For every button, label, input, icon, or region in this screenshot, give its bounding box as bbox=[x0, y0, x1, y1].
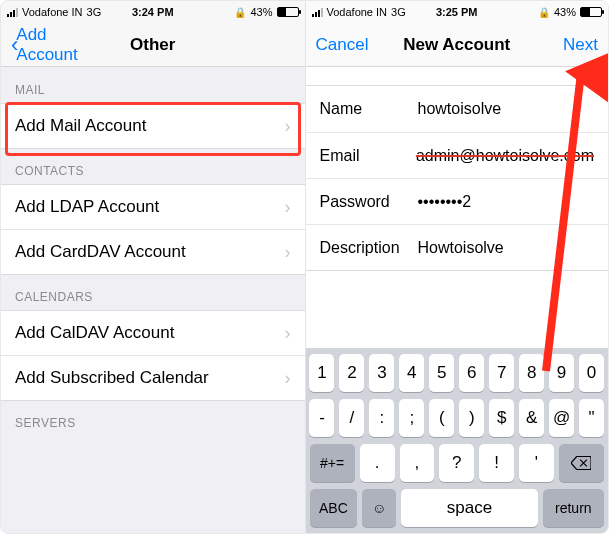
cancel-button[interactable]: Cancel bbox=[316, 35, 369, 55]
carrier: Vodafone IN bbox=[22, 6, 83, 18]
nav-bar: Cancel New Account Next bbox=[306, 23, 609, 67]
section-header-contacts: CONTACTS bbox=[1, 148, 305, 184]
field-value: Howtoisolve bbox=[418, 239, 595, 257]
key-/[interactable]: / bbox=[339, 399, 364, 437]
key-abc[interactable]: ABC bbox=[310, 489, 358, 527]
key-8[interactable]: 8 bbox=[519, 354, 544, 392]
field-email[interactable]: Email admin@howtoisolve.com bbox=[306, 132, 609, 178]
keyboard: 1234567890 -/:;()$&@" #+= .,?!' ABC ☺ sp… bbox=[306, 348, 609, 533]
chevron-right-icon: › bbox=[285, 368, 291, 389]
signal-icon bbox=[7, 8, 18, 17]
key-4[interactable]: 4 bbox=[399, 354, 424, 392]
section-header-mail: MAIL bbox=[1, 67, 305, 103]
row-label: Add Subscribed Calendar bbox=[15, 368, 209, 388]
status-bar: Vodafone IN 3G 3:25 PM 🔒 43% bbox=[306, 1, 609, 23]
key-backspace[interactable] bbox=[559, 444, 604, 482]
field-label: Email bbox=[320, 147, 416, 165]
key-'[interactable]: ' bbox=[519, 444, 554, 482]
signal-icon bbox=[312, 8, 323, 17]
row-add-ldap-account[interactable]: Add LDAP Account › bbox=[1, 184, 305, 230]
chevron-right-icon: › bbox=[285, 323, 291, 344]
battery-percent: 43% bbox=[250, 6, 272, 18]
chevron-right-icon: › bbox=[285, 116, 291, 137]
battery-percent: 43% bbox=[554, 6, 576, 18]
row-label: Add Mail Account bbox=[15, 116, 146, 136]
field-description[interactable]: Description Howtoisolve bbox=[306, 224, 609, 270]
key-7[interactable]: 7 bbox=[489, 354, 514, 392]
screen-add-account: Vodafone IN 3G 3:24 PM 🔒 43% ‹ Add Accou… bbox=[1, 1, 305, 533]
network-type: 3G bbox=[87, 6, 102, 18]
nav-title: Other bbox=[94, 35, 211, 55]
row-add-carddav-account[interactable]: Add CardDAV Account › bbox=[1, 229, 305, 275]
key-?[interactable]: ? bbox=[439, 444, 474, 482]
status-time: 3:25 PM bbox=[408, 6, 505, 18]
screen-new-account: Vodafone IN 3G 3:25 PM 🔒 43% Cancel New … bbox=[305, 1, 609, 533]
key-&[interactable]: & bbox=[519, 399, 544, 437]
stage: Vodafone IN 3G 3:24 PM 🔒 43% ‹ Add Accou… bbox=[0, 0, 609, 534]
field-value: admin@howtoisolve.com bbox=[416, 147, 594, 165]
key-)[interactable]: ) bbox=[459, 399, 484, 437]
key-2[interactable]: 2 bbox=[339, 354, 364, 392]
row-add-subscribed-calendar[interactable]: Add Subscribed Calendar › bbox=[1, 355, 305, 401]
nav-bar: ‹ Add Account Other bbox=[1, 23, 305, 67]
field-name[interactable]: Name howtoisolve bbox=[306, 86, 609, 132]
key--[interactable]: - bbox=[309, 399, 334, 437]
key-![interactable]: ! bbox=[479, 444, 514, 482]
key-0[interactable]: 0 bbox=[579, 354, 604, 392]
status-bar: Vodafone IN 3G 3:24 PM 🔒 43% bbox=[1, 1, 305, 23]
battery-icon bbox=[277, 7, 299, 17]
key-"[interactable]: " bbox=[579, 399, 604, 437]
back-label: Add Account bbox=[16, 25, 94, 65]
row-label: Add LDAP Account bbox=[15, 197, 159, 217]
orientation-lock-icon: 🔒 bbox=[538, 7, 550, 18]
section-header-calendars: CALENDARS bbox=[1, 274, 305, 310]
key-9[interactable]: 9 bbox=[549, 354, 574, 392]
field-value: howtoisolve bbox=[418, 100, 595, 118]
field-value: ••••••••2 bbox=[418, 193, 595, 211]
field-label: Password bbox=[320, 193, 418, 211]
key-emoji[interactable]: ☺ bbox=[362, 489, 396, 527]
key-$[interactable]: $ bbox=[489, 399, 514, 437]
account-form: Name howtoisolve Email admin@howtoisolve… bbox=[306, 85, 609, 271]
key-return[interactable]: return bbox=[543, 489, 604, 527]
key-6[interactable]: 6 bbox=[459, 354, 484, 392]
key-1[interactable]: 1 bbox=[309, 354, 334, 392]
section-header-servers: SERVERS bbox=[1, 400, 305, 436]
key-symbols[interactable]: #+= bbox=[310, 444, 355, 482]
row-label: Add CardDAV Account bbox=[15, 242, 186, 262]
row-add-caldav-account[interactable]: Add CalDAV Account › bbox=[1, 310, 305, 356]
status-time: 3:24 PM bbox=[104, 6, 201, 18]
key-;[interactable]: ; bbox=[399, 399, 424, 437]
back-button[interactable]: ‹ Add Account bbox=[11, 25, 94, 65]
key-space[interactable]: space bbox=[401, 489, 537, 527]
key-([interactable]: ( bbox=[429, 399, 454, 437]
next-button[interactable]: Next bbox=[563, 35, 598, 55]
key-:[interactable]: : bbox=[369, 399, 394, 437]
row-label: Add CalDAV Account bbox=[15, 323, 174, 343]
chevron-right-icon: › bbox=[285, 242, 291, 263]
battery-icon bbox=[580, 7, 602, 17]
orientation-lock-icon: 🔒 bbox=[234, 7, 246, 18]
key-@[interactable]: @ bbox=[549, 399, 574, 437]
row-add-mail-account[interactable]: Add Mail Account › bbox=[1, 103, 305, 149]
key-,[interactable]: , bbox=[400, 444, 435, 482]
chevron-right-icon: › bbox=[285, 197, 291, 218]
field-password[interactable]: Password ••••••••2 bbox=[306, 178, 609, 224]
field-label: Description bbox=[320, 239, 418, 257]
network-type: 3G bbox=[391, 6, 406, 18]
key-.[interactable]: . bbox=[360, 444, 395, 482]
key-3[interactable]: 3 bbox=[369, 354, 394, 392]
key-5[interactable]: 5 bbox=[429, 354, 454, 392]
carrier: Vodafone IN bbox=[327, 6, 388, 18]
field-label: Name bbox=[320, 100, 418, 118]
nav-title: New Account bbox=[399, 35, 515, 55]
